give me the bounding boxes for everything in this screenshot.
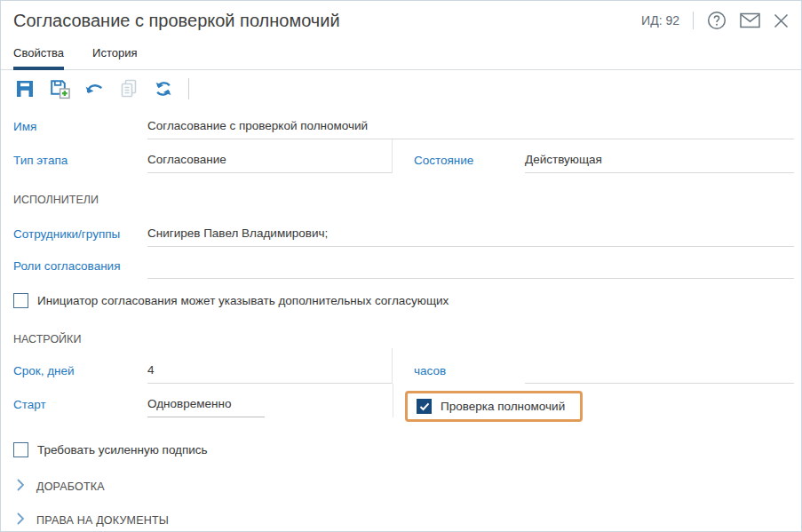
help-icon[interactable] — [707, 11, 727, 30]
field-row-deadline: Срок, дней 4 часов — [13, 348, 794, 384]
copy-icon[interactable] — [117, 77, 140, 100]
strong-signature-checkbox[interactable] — [13, 442, 28, 457]
strong-signature-label: Требовать усиленную подпись — [37, 442, 208, 457]
header-divider — [693, 12, 694, 29]
mail-icon[interactable] — [740, 12, 760, 28]
initiator-checkbox-row: Инициатор согласования может указывать д… — [13, 290, 794, 311]
employees-label: Сотрудники/группы — [13, 226, 147, 247]
chevron-right-icon — [16, 512, 25, 529]
name-field[interactable]: Согласование с проверкой полномочий — [147, 118, 794, 139]
stage-type-label: Тип этапа — [13, 153, 147, 173]
refresh-icon[interactable] — [152, 77, 175, 100]
signature-checkbox-row: Требовать усиленную подпись — [13, 439, 794, 460]
state-label: Состояние — [414, 153, 525, 173]
deadline-days-field[interactable]: 4 — [147, 362, 392, 384]
field-row-name: Имя Согласование с проверкой полномочий — [13, 107, 794, 139]
authority-check-label: Проверка полномочий — [441, 399, 565, 414]
start-label: Старт — [13, 397, 147, 417]
employees-field[interactable]: Снигирев Павел Владимирович; — [147, 226, 794, 247]
stage-card-window: Согласование с проверкой полномочий ИД: … — [0, 0, 802, 532]
field-row-start: Старт Одновременно Проверка полномочий — [13, 384, 794, 417]
toolbar — [1, 70, 801, 107]
section-settings: НАСТРОЙКИ — [13, 330, 794, 348]
initiator-checkbox[interactable] — [13, 293, 28, 308]
field-row-employees: Сотрудники/группы Снигирев Павел Владими… — [13, 209, 794, 247]
close-icon[interactable] — [774, 13, 789, 28]
page-title: Согласование с проверкой полномочий — [13, 8, 340, 33]
start-field[interactable]: Одновременно — [147, 396, 265, 417]
section-performers: ИСПОЛНИТЕЛИ — [13, 191, 794, 209]
chevron-right-icon — [16, 478, 25, 496]
undo-icon[interactable] — [83, 77, 106, 100]
column-separator — [392, 139, 393, 173]
tab-history[interactable]: История — [92, 46, 137, 69]
state-field[interactable]: Действующая — [525, 152, 794, 173]
stage-type-field[interactable]: Согласование — [147, 152, 392, 173]
approval-roles-label: Роли согласования — [13, 258, 147, 279]
column-separator — [393, 384, 393, 417]
save-and-add-icon[interactable] — [48, 77, 71, 100]
toolbar-divider — [188, 78, 189, 99]
properties-form: Имя Согласование с проверкой полномочий … — [1, 107, 801, 532]
header-actions: ИД: 92 — [641, 11, 789, 30]
section-rework-label: ДОРАБОТКА — [36, 480, 105, 493]
section-document-rights-label: ПРАВА НА ДОКУМЕНТЫ — [36, 514, 169, 527]
authority-check-checkbox[interactable] — [417, 399, 432, 414]
section-document-rights-toggle[interactable]: ПРАВА НА ДОКУМЕНТЫ — [13, 508, 794, 532]
column-separator — [392, 348, 393, 384]
window-header: Согласование с проверкой полномочий ИД: … — [1, 1, 801, 33]
tab-bar: Свойства История — [1, 46, 801, 70]
save-icon[interactable] — [13, 77, 36, 100]
tab-properties[interactable]: Свойства — [13, 46, 64, 69]
initiator-checkbox-label: Инициатор согласования может указывать д… — [37, 293, 449, 308]
authority-check-highlight: Проверка полномочий — [405, 391, 583, 422]
deadline-hours-field[interactable] — [525, 362, 794, 384]
name-label: Имя — [13, 119, 147, 139]
approval-roles-field[interactable] — [147, 258, 794, 279]
field-row-roles: Роли согласования — [13, 247, 794, 279]
deadline-days-label: Срок, дней — [13, 363, 147, 384]
record-id: ИД: 92 — [641, 13, 679, 28]
section-rework-toggle[interactable]: ДОРАБОТКА — [13, 474, 794, 499]
deadline-hours-label: часов — [414, 363, 525, 384]
field-row-stagetype-state: Тип этапа Согласование Состояние Действу… — [13, 139, 794, 173]
